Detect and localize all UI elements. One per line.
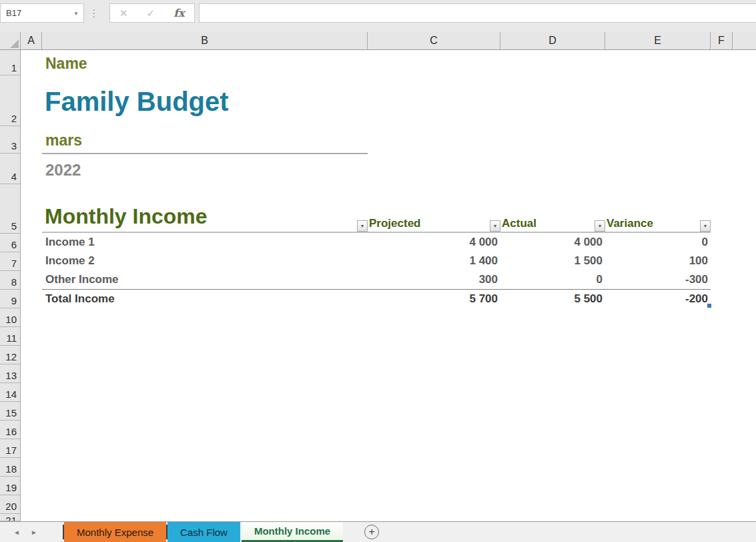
tab-label: Monthly Expense	[77, 527, 153, 538]
column-header-b[interactable]: B	[42, 32, 368, 49]
row-header-8[interactable]: 8	[0, 271, 20, 290]
table-row: Income 2 1 400 1 500 100	[42, 252, 711, 270]
actual-header-cell[interactable]: Actual	[502, 217, 536, 230]
row-header-3[interactable]: 3	[0, 126, 20, 154]
row-header-12[interactable]: 12	[0, 346, 20, 364]
table-row: Income 1 4 000 4 000 0	[42, 233, 711, 252]
sheet-tab-bar: ◄ ► Monthly Expense Cash Flow Monthly In…	[0, 521, 756, 542]
row-header-16[interactable]: 16	[0, 421, 20, 439]
formula-input[interactable]	[199, 3, 756, 23]
name-box-dropdown-icon[interactable]: ▾	[69, 10, 83, 17]
row-header-17[interactable]: 17	[0, 439, 20, 458]
total-income-projected-cell[interactable]: 5 700	[368, 290, 500, 308]
toolbar-drag-handle-icon: ⋮	[84, 3, 104, 23]
filter-dropdown-icon: ▾	[704, 223, 707, 229]
filter-dropdown-icon: ▾	[361, 223, 364, 229]
row-header-20[interactable]: 20	[0, 495, 20, 514]
row-header-column: 1 2 3 4 5 6 7 8 9 10 11 12 13 14 15 16 1…	[0, 50, 21, 521]
month-underline	[42, 153, 368, 154]
income-table: Income 1 4 000 4 000 0 Income 2 1 400 1 …	[42, 233, 711, 308]
cell-reference: B17	[1, 8, 69, 18]
row-header-7[interactable]: 7	[0, 252, 20, 271]
tab-label: Cash Flow	[180, 527, 228, 538]
column-header-c[interactable]: C	[368, 32, 500, 49]
other-income-label-cell[interactable]: Other Income	[42, 270, 368, 289]
month-cell[interactable]: mars	[45, 131, 82, 149]
plus-icon: +	[368, 527, 374, 537]
income2-actual-cell[interactable]: 1 500	[500, 252, 605, 270]
filter-button-projected[interactable]: ▾	[490, 220, 500, 232]
row-header-10[interactable]: 10	[0, 308, 20, 327]
income2-projected-cell[interactable]: 1 400	[368, 252, 500, 270]
cell-fill-handle-marker	[707, 304, 711, 308]
column-header-overflow	[733, 32, 756, 49]
name-label-cell[interactable]: Name	[45, 55, 87, 72]
row-header-2[interactable]: 2	[0, 75, 20, 126]
row-header-4[interactable]: 4	[0, 154, 20, 184]
cancel-icon[interactable]: ✕	[110, 7, 137, 19]
confirm-icon[interactable]: ✓	[137, 7, 165, 19]
select-all-button[interactable]	[0, 32, 21, 49]
row-header-19[interactable]: 19	[0, 477, 20, 495]
column-header-e[interactable]: E	[605, 32, 711, 49]
row-header-21[interactable]: 21	[0, 514, 20, 521]
add-sheet-button[interactable]: +	[364, 525, 379, 539]
income2-variance-cell[interactable]: 100	[605, 252, 711, 270]
filter-button-actual[interactable]: ▾	[595, 220, 605, 232]
tab-monthly-income[interactable]: Monthly Income	[242, 522, 343, 542]
row-header-11[interactable]: 11	[0, 327, 20, 346]
next-sheet-icon[interactable]: ►	[25, 529, 43, 536]
table-row: Other Income 300 0 -300	[42, 270, 711, 289]
column-header-a[interactable]: A	[21, 32, 42, 49]
variance-header-cell[interactable]: Variance	[607, 217, 653, 230]
projected-header-cell[interactable]: Projected	[369, 217, 420, 230]
tab-monthly-expense[interactable]: Monthly Expense	[64, 522, 166, 542]
worksheet: 1 2 3 4 5 6 7 8 9 10 11 12 13 14 15 16 1…	[0, 50, 756, 521]
total-income-variance-cell[interactable]: -200	[605, 290, 711, 308]
table-row-total: Total Income 5 700 5 500 -200	[42, 289, 711, 308]
filter-dropdown-icon: ▾	[599, 223, 601, 229]
other-income-actual-cell[interactable]: 0	[500, 270, 605, 289]
formula-toolbar: B17 ▾ ⋮ ✕ ✓ fx	[0, 0, 756, 32]
filter-dropdown-icon: ▾	[494, 223, 496, 229]
tab-label: Monthly Income	[254, 525, 330, 537]
row-header-13[interactable]: 13	[0, 364, 20, 383]
row-header-15[interactable]: 15	[0, 402, 20, 421]
row-header-5[interactable]: 5	[0, 184, 20, 234]
total-income-label-cell[interactable]: Total Income	[42, 290, 368, 308]
column-header-f[interactable]: F	[711, 32, 733, 49]
income1-projected-cell[interactable]: 4 000	[368, 233, 500, 252]
total-income-actual-cell[interactable]: 5 500	[500, 290, 605, 308]
insert-function-icon[interactable]: fx	[164, 7, 194, 19]
monthly-income-heading-cell[interactable]: Monthly Income	[45, 204, 208, 229]
income2-label-cell[interactable]: Income 2	[42, 252, 368, 270]
other-income-projected-cell[interactable]: 300	[368, 270, 500, 289]
name-box[interactable]: B17 ▾	[0, 3, 84, 23]
row-header-6[interactable]: 6	[0, 234, 20, 252]
row-header-9[interactable]: 9	[0, 290, 20, 308]
income1-label-cell[interactable]: Income 1	[42, 233, 368, 252]
row-header-14[interactable]: 14	[0, 383, 20, 402]
prev-sheet-icon[interactable]: ◄	[8, 529, 25, 536]
column-header-row: A B C D E F	[0, 32, 756, 50]
income1-variance-cell[interactable]: 0	[605, 233, 711, 252]
row-header-18[interactable]: 18	[0, 458, 20, 477]
year-cell[interactable]: 2022	[45, 161, 81, 180]
sheet-content: Name Family Budget mars 2022 Monthly Inc…	[21, 50, 756, 521]
row-header-1[interactable]: 1	[0, 50, 20, 75]
sheet-navigation: ◄ ►	[0, 522, 63, 542]
income1-actual-cell[interactable]: 4 000	[500, 233, 605, 252]
filter-button-variance[interactable]: ▾	[700, 220, 711, 232]
formula-button-group: ✕ ✓ fx	[109, 3, 195, 23]
column-header-d[interactable]: D	[500, 32, 605, 49]
other-income-variance-cell[interactable]: -300	[605, 270, 711, 289]
tab-cash-flow[interactable]: Cash Flow	[167, 522, 240, 542]
filter-button-monthly-income[interactable]: ▾	[357, 220, 368, 232]
select-all-triangle-icon	[10, 39, 19, 48]
budget-title-cell[interactable]: Family Budget	[45, 85, 229, 118]
